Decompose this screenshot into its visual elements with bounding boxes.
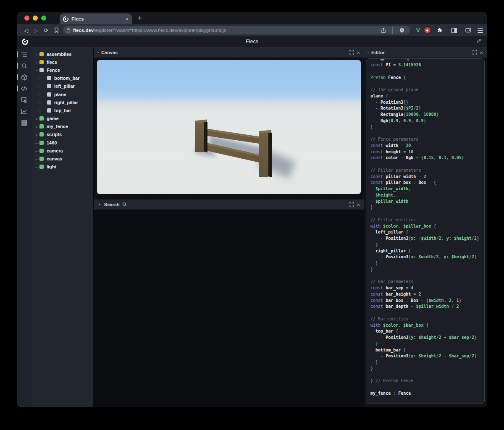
code-line: my_fence : Fence [370,391,484,397]
chevron-right-icon[interactable]: › [34,60,39,65]
fullscreen-icon[interactable] [349,202,354,207]
chevron-right-icon[interactable]: › [34,132,39,137]
editor-column: › Editor × const PI = 3.1415926 Prefab F… [364,47,487,407]
code-line [370,273,484,279]
close-window-button[interactable] [24,16,29,21]
code-line: const bar_depth = $pillar_width / 2 [370,304,484,310]
code-line: const bar_height = 2 [370,291,484,298]
tree-item-Fence[interactable]: ›Fence [32,66,93,74]
chevron-down-icon[interactable]: › [34,67,39,73]
code-line: const bar_sep = 4 [370,285,484,291]
tree-item-right_pillar[interactable]: right_pillar [32,98,93,106]
code-line [370,68,484,75]
wallet-icon[interactable] [463,26,473,35]
close-panel-icon[interactable]: × [357,202,360,208]
tree-item-1460[interactable]: 1460 [32,139,93,147]
search-panel-content[interactable] [94,210,364,407]
editor-panel-title: Editor [371,50,385,55]
forward-button[interactable]: ▷ [31,27,41,34]
tab-close-icon[interactable]: × [125,16,129,22]
canvas-panel-header: › Canvas × [94,47,364,58]
brave-shield-icon[interactable] [397,26,407,35]
browser-menu-icon[interactable] [478,28,483,33]
code-line: - Position3{y: $height/2 - $bar_sep/2} [370,353,484,359]
browser-tab[interactable]: Flecs × [60,13,132,24]
minimize-window-button[interactable] [33,16,38,21]
code-line [370,310,484,316]
code-line: right_pillar { [370,248,484,254]
bookmark-icon[interactable] [51,26,61,35]
code-line: - Position3{} [370,100,484,106]
code-line [370,211,484,217]
tree-item-scripts[interactable]: ›scripts [32,131,93,139]
fullscreen-icon[interactable] [472,50,477,55]
code-line: // The ground plane [370,87,484,93]
code-line: plane { [370,93,484,100]
sidebar-toggle-icon[interactable] [449,26,459,35]
tree-item-left_pillar[interactable]: left_pillar [32,82,93,90]
tree-item-bottom_bar[interactable]: bottom_bar [32,74,93,82]
entity-color-square [47,84,51,88]
tree-item-game[interactable]: ›game [32,115,93,123]
tree-item-assemblies[interactable]: ›assemblies [32,50,93,58]
search-panel-header: Search × [94,199,364,210]
tab-title: Flecs [71,16,122,21]
code-editor[interactable]: const PI = 3.1415926 Prefab Fence { // T… [366,58,485,404]
code-line: } [370,341,484,347]
code-line: - Rectangle{10000, 10000} [370,112,484,118]
code-line: - Position3{x: $width/2, y: $height/2} [370,254,484,260]
share-icon[interactable] [378,26,388,35]
entity-color-square [39,165,44,169]
icon-sidebar [17,47,32,407]
tree-item-my_fence[interactable]: ›my_fence [32,123,93,131]
code-line: $pillar_width, [370,186,484,192]
code-line: const bar_box : Box = {$width, 2, 1} [370,298,484,304]
tree-item-light[interactable]: light [32,163,93,171]
reload-button[interactable]: ⟳ [41,27,51,34]
sidebar-tree-icon[interactable] [17,51,32,58]
tree-connector [34,148,39,153]
collapse-chevron-icon[interactable]: › [366,52,370,53]
chevron-right-icon[interactable]: › [34,116,39,121]
maximize-window-button[interactable] [41,16,46,21]
sidebar-table-icon[interactable] [17,119,32,126]
tree-item-label: Fence [47,68,60,73]
close-panel-icon[interactable]: × [480,50,483,56]
tree-item-label: plane [54,92,66,97]
entity-color-square [39,60,44,64]
fullscreen-icon[interactable] [349,50,354,55]
sidebar-canvas-cube-icon[interactable] [17,73,32,81]
collapse-chevron-icon[interactable]: › [96,52,100,53]
vue-devtools-icon[interactable]: V [416,27,420,34]
close-panel-icon[interactable]: × [357,50,360,56]
code-line: const pillar_box : Box = { [370,180,484,186]
tree-item-plane[interactable]: plane [32,90,93,98]
extensions-puzzle-icon[interactable] [435,26,445,35]
tree-item-flecs[interactable]: ›flecs [32,58,93,66]
tree-item-canvas[interactable]: canvas [32,155,93,163]
code-line: } [370,359,484,366]
sidebar-chart-icon[interactable] [17,108,32,115]
share-link-icon[interactable] [476,38,482,45]
code-line: } [370,366,484,372]
url-bar[interactable]: flecs.dev/explorer/?wasm=https://www.fle… [63,26,410,34]
code-line [370,161,484,168]
code-line: $height, [370,192,484,199]
back-button[interactable]: ◁ [21,27,31,34]
code-line: - Position3{x: -$width/2, y: $height/2} [370,236,484,242]
canvas-3d-viewport[interactable] [97,60,361,194]
sidebar-search-icon[interactable] [17,62,32,70]
entity-color-square [47,108,51,113]
sidebar-inspector-icon[interactable] [17,96,32,104]
tree-item-top_bar[interactable]: top_bar [32,106,93,114]
adblock-extension-icon[interactable] [424,27,430,34]
new-tab-button[interactable]: + [138,14,142,22]
chevron-right-icon[interactable]: › [34,124,39,129]
code-line: const PI = 3.1415926 [370,62,484,68]
sidebar-code-icon[interactable] [17,85,32,92]
tree-item-camera[interactable]: camera [32,147,93,155]
collapsed-dot-icon[interactable] [99,204,100,205]
canvas-panel-content [94,58,364,199]
tree-connector [34,164,39,169]
chevron-right-icon[interactable]: › [34,52,39,57]
